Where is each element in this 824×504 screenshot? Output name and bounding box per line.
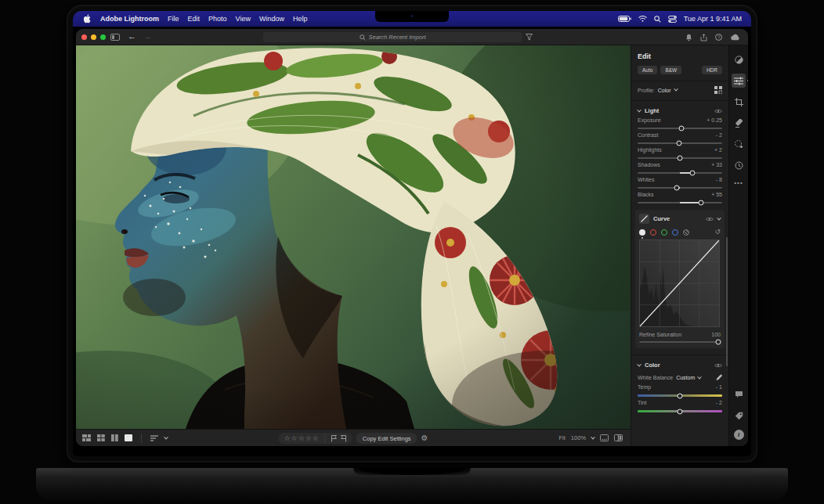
healing-tool-icon[interactable] xyxy=(732,116,746,130)
menu-window[interactable]: Window xyxy=(259,15,284,23)
photo-grid-view-icon[interactable] xyxy=(82,434,91,441)
presets-icon[interactable] xyxy=(732,52,746,67)
exposure-slider[interactable]: Exposure+ 0.25 xyxy=(631,117,728,129)
slider-track[interactable] xyxy=(638,410,722,412)
menu-help[interactable]: Help xyxy=(293,15,308,23)
menu-file[interactable]: File xyxy=(168,15,179,23)
slider-knob[interactable] xyxy=(699,200,704,206)
before-after-icon[interactable] xyxy=(614,434,623,441)
help-icon[interactable]: ? xyxy=(715,34,722,41)
slider-knob[interactable] xyxy=(678,393,683,398)
menu-edit[interactable]: Edit xyxy=(188,15,201,23)
tint-slider[interactable]: Tint- 2 xyxy=(631,400,728,412)
slider-track[interactable] xyxy=(638,128,722,129)
slider-knob[interactable] xyxy=(679,126,685,131)
apple-icon[interactable] xyxy=(84,14,92,23)
sidebar-toggle-icon[interactable] xyxy=(110,34,120,41)
back-arrow-icon[interactable]: ← xyxy=(128,31,136,41)
search-input[interactable]: Search Recent Import xyxy=(263,32,522,42)
detail-view-icon[interactable] xyxy=(125,434,132,441)
slider-knob[interactable] xyxy=(678,409,683,414)
curve-visibility-eye-icon[interactable] xyxy=(706,217,714,221)
star-icon[interactable]: ☆ xyxy=(305,434,313,442)
control-center-icon[interactable] xyxy=(668,16,677,23)
profile-chevron-icon[interactable] xyxy=(674,87,678,92)
info-icon[interactable]: i xyxy=(734,430,744,440)
copy-edit-settings-button[interactable]: Copy Edit Settings xyxy=(356,433,417,444)
white-balance-chevron-icon[interactable] xyxy=(697,374,702,379)
slider-knob[interactable] xyxy=(715,340,721,345)
refine-saturation-track[interactable] xyxy=(639,341,721,343)
sort-chevron-icon[interactable] xyxy=(164,434,168,439)
browse-profiles-icon[interactable] xyxy=(714,86,722,94)
temp-slider[interactable]: Temp- 1 xyxy=(631,384,728,397)
zoom-percent[interactable]: 100% xyxy=(571,434,586,441)
pick-flag-icon[interactable] xyxy=(331,435,338,442)
share-icon[interactable] xyxy=(700,34,707,41)
filmstrip-toggle-icon[interactable] xyxy=(600,434,609,441)
slider-knob[interactable] xyxy=(674,185,679,191)
spotlight-search-icon[interactable] xyxy=(654,16,661,23)
zoom-chevron-icon[interactable] xyxy=(591,434,595,439)
masking-tool-icon[interactable] xyxy=(732,137,746,151)
curve-channel-all-icon[interactable] xyxy=(639,229,645,236)
star-icon[interactable]: ☆ xyxy=(313,434,320,442)
settings-gear-icon[interactable]: ⚙ xyxy=(421,434,428,442)
slider-track[interactable] xyxy=(638,172,722,174)
slider-track[interactable] xyxy=(638,187,722,189)
slider-track[interactable] xyxy=(638,202,722,203)
compare-view-icon[interactable] xyxy=(111,434,118,441)
slider-knob[interactable] xyxy=(676,141,681,146)
color-visibility-eye-icon[interactable] xyxy=(714,363,722,368)
cloud-sync-icon[interactable] xyxy=(730,34,740,41)
curve-parametric-icon[interactable] xyxy=(683,229,689,236)
star-icon[interactable]: ☆ xyxy=(298,434,305,442)
curve-channel-red-icon[interactable] xyxy=(650,229,656,236)
battery-icon[interactable] xyxy=(618,16,631,22)
star-rating[interactable]: ☆☆☆☆☆ xyxy=(284,435,319,442)
curve-channel-blue-icon[interactable] xyxy=(672,229,678,236)
light-visibility-eye-icon[interactable] xyxy=(714,109,722,113)
square-grid-view-icon[interactable] xyxy=(97,434,105,441)
curve-channel-green-icon[interactable] xyxy=(661,229,667,236)
versions-history-icon[interactable] xyxy=(732,158,746,172)
menu-view[interactable]: View xyxy=(236,15,251,23)
color-section-header[interactable]: Color xyxy=(631,362,728,369)
slider-knob[interactable] xyxy=(678,156,683,161)
wifi-icon[interactable] xyxy=(638,16,647,22)
tone-curve-graph[interactable] xyxy=(639,239,720,327)
bw-button[interactable]: B&W xyxy=(660,66,681,74)
filter-icon[interactable] xyxy=(526,34,533,41)
crop-tool-icon[interactable] xyxy=(732,95,746,109)
sort-icon[interactable] xyxy=(150,435,158,441)
curve-tool-icon[interactable] xyxy=(639,214,649,224)
blacks-slider[interactable]: Blacks+ 55 xyxy=(631,192,728,203)
highlights-slider[interactable]: Highlights+ 2 xyxy=(631,147,728,159)
keywords-tag-icon[interactable] xyxy=(732,409,746,423)
slider-track[interactable] xyxy=(638,157,722,159)
hdr-button[interactable]: HDR xyxy=(702,66,722,74)
eyedropper-icon[interactable] xyxy=(715,374,722,381)
profile-value[interactable]: Color xyxy=(658,88,671,93)
comments-icon[interactable] xyxy=(732,387,746,401)
whites-slider[interactable]: Whites- 8 xyxy=(631,177,728,189)
menu-clock[interactable]: Tue Apr 1 9:41 AM xyxy=(684,15,742,23)
menu-app-name[interactable]: Adobe Lightroom xyxy=(100,15,159,23)
slider-track[interactable] xyxy=(638,394,722,397)
zoom-fit-label[interactable]: Fit xyxy=(558,434,565,441)
curve-chevron-icon[interactable] xyxy=(717,215,721,220)
white-balance-value[interactable]: Custom xyxy=(676,375,695,380)
star-icon[interactable]: ☆ xyxy=(291,434,298,442)
reject-flag-icon[interactable] xyxy=(341,435,347,442)
slider-track[interactable] xyxy=(638,142,722,144)
edit-tool-icon[interactable] xyxy=(732,74,746,88)
light-section-header[interactable]: Light xyxy=(631,107,728,114)
slider-knob[interactable] xyxy=(690,171,696,176)
photo-canvas[interactable] xyxy=(76,45,631,429)
auto-button[interactable]: Auto xyxy=(638,66,657,74)
more-tools-icon[interactable]: ••• xyxy=(734,179,743,186)
zoom-button[interactable] xyxy=(100,34,106,40)
minimize-button[interactable] xyxy=(91,34,96,40)
notifications-bell-icon[interactable] xyxy=(685,34,692,41)
shadows-slider[interactable]: Shadows+ 33 xyxy=(631,162,728,174)
